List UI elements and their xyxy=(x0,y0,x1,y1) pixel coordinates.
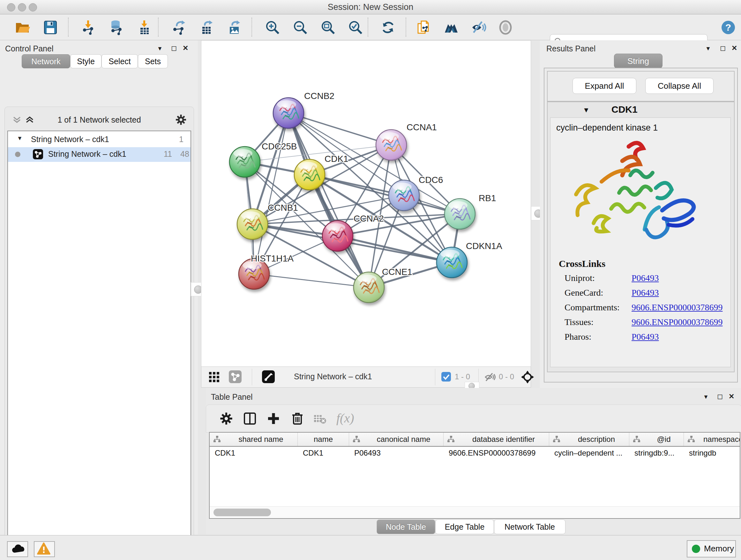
refresh-icon[interactable] xyxy=(381,20,396,35)
tab-edge-table[interactable]: Edge Table xyxy=(435,519,494,534)
network-options-gear-icon[interactable] xyxy=(175,114,187,125)
grid-view-icon[interactable] xyxy=(208,371,220,383)
column-header[interactable]: shared name xyxy=(210,433,298,446)
network-canvas[interactable]: CDK1CCNB1CCNB2CCNA1CCNA2CCNE1CDC25BCDC6C… xyxy=(201,40,531,367)
maximize-panel-icon[interactable]: ◻ xyxy=(171,44,177,52)
hidden-eye-slash-icon[interactable] xyxy=(484,371,495,383)
crosslink-link[interactable]: 9606.ENSP00000378699 xyxy=(631,302,723,313)
scrollbar-handle[interactable] xyxy=(213,509,271,516)
node-table[interactable]: shared namenamecanonical namedatabase id… xyxy=(209,432,740,519)
table-options-gear-icon[interactable] xyxy=(219,412,233,425)
table-cell[interactable]: stringdb:9... xyxy=(634,449,682,457)
tab-network[interactable]: Network xyxy=(22,54,70,68)
export-image-icon[interactable] xyxy=(226,20,242,35)
section-expander-icon[interactable]: ▼ xyxy=(583,106,590,114)
toolbar-separator xyxy=(435,369,435,385)
tab-network-table[interactable]: Network Table xyxy=(494,519,565,534)
warning-status-button[interactable] xyxy=(34,541,55,557)
export-table-icon[interactable] xyxy=(199,20,214,35)
hide-unhide-icon[interactable] xyxy=(471,20,486,35)
column-header[interactable]: description xyxy=(549,433,629,446)
crosslink-link[interactable]: P06493 xyxy=(631,288,659,298)
network-node-CDKN1A xyxy=(436,247,467,278)
show-columns-icon[interactable] xyxy=(243,412,257,425)
search-toolkit-icon[interactable] xyxy=(444,20,459,35)
collapse-all-button[interactable]: Collapse All xyxy=(645,78,714,94)
zoom-out-icon[interactable] xyxy=(293,20,308,35)
table-cell[interactable]: stringdb xyxy=(689,449,740,457)
selected-checkbox-icon[interactable] xyxy=(441,372,451,381)
table-cell[interactable]: P06493 xyxy=(354,449,442,457)
network-selection-bar: 1 of 1 Network selected xyxy=(5,113,194,127)
expand-all-button[interactable]: Expand All xyxy=(572,78,636,94)
open-session-icon[interactable] xyxy=(15,20,30,35)
status-bar: Memory xyxy=(0,535,741,560)
tab-string[interactable]: String xyxy=(614,54,663,68)
svg-text:CDC25B: CDC25B xyxy=(262,141,297,151)
selected-node-edge-counts: 1 - 0 xyxy=(455,372,470,381)
network-node-CDK1 xyxy=(294,159,325,190)
close-panel-icon[interactable]: ✕ xyxy=(183,44,188,52)
fit-content-crosshair-icon[interactable] xyxy=(521,370,535,384)
import-table-icon[interactable] xyxy=(137,20,152,35)
network-node-CCNE1 xyxy=(354,272,384,303)
help-icon[interactable]: ? xyxy=(721,20,736,35)
duplicate-network-icon[interactable] xyxy=(416,20,431,35)
toolbar-separator xyxy=(68,17,69,37)
protein-section-header[interactable]: ▼ CDK1 xyxy=(548,102,734,117)
svg-text:CCNB1: CCNB1 xyxy=(268,203,298,212)
network-row-selected[interactable]: String Network – cdk1 11 48 xyxy=(8,147,191,162)
import-network-from-database-icon[interactable] xyxy=(109,20,124,35)
float-panel-icon[interactable]: ▼ xyxy=(703,394,709,400)
collection-expander-icon[interactable]: ▼ xyxy=(17,135,23,142)
network-node-CDC25B xyxy=(229,146,260,177)
protein-details: cyclin–dependent kinase 1 xyxy=(550,118,731,367)
crosslink-link[interactable]: P06493 xyxy=(631,332,659,342)
horizontal-scrollbar[interactable] xyxy=(210,506,740,518)
table-cell[interactable]: 9606.ENSP00000378699 xyxy=(449,449,548,457)
save-session-icon[interactable] xyxy=(43,20,58,35)
string-style-icon[interactable] xyxy=(229,370,242,383)
tab-style[interactable]: Style xyxy=(70,54,102,68)
warning-icon xyxy=(35,542,53,555)
column-header[interactable]: namespace xyxy=(684,433,740,446)
maximize-panel-icon[interactable]: ◻ xyxy=(720,44,726,52)
tab-node-table[interactable]: Node Table xyxy=(377,519,435,534)
collection-label: String Network – cdk1 xyxy=(31,135,109,144)
column-header[interactable]: canonical name xyxy=(349,433,444,446)
maximize-panel-icon[interactable]: ◻ xyxy=(717,392,723,401)
table-cell[interactable]: CDK1 xyxy=(303,449,347,457)
tab-sets[interactable]: Sets xyxy=(138,54,168,68)
column-header[interactable]: name xyxy=(298,433,349,446)
zoom-in-icon[interactable] xyxy=(265,20,280,35)
close-panel-icon[interactable]: ✕ xyxy=(731,44,737,52)
import-network-icon[interactable] xyxy=(80,20,96,35)
cloud-status-button[interactable] xyxy=(7,541,28,557)
table-toolbar: f(x) xyxy=(206,405,741,433)
memory-button[interactable]: Memory xyxy=(687,540,736,557)
crosslink-link[interactable]: 9606.ENSP00000378699 xyxy=(631,317,723,327)
crosslink-link[interactable]: P06493 xyxy=(631,273,659,283)
crosslink-label: Uniprot: xyxy=(564,273,595,283)
level-of-detail-icon[interactable] xyxy=(498,20,513,35)
table-panel: Table Panel ▼ ◻ ✕ f(x) shared namenameca… xyxy=(206,388,741,535)
column-header[interactable]: database identifier xyxy=(444,433,549,446)
column-header[interactable]: @id xyxy=(629,433,684,446)
export-network-icon[interactable] xyxy=(171,20,186,35)
zoom-fit-icon[interactable] xyxy=(320,20,336,35)
birds-eye-view-icon[interactable] xyxy=(262,370,275,383)
zoom-selected-icon[interactable] xyxy=(348,20,363,35)
table-cell[interactable]: CDK1 xyxy=(215,449,296,457)
network-collection-row[interactable]: ▼ String Network – cdk1 1 xyxy=(8,132,191,147)
crosslink-label: GeneCard: xyxy=(564,288,603,298)
float-panel-icon[interactable]: ▼ xyxy=(157,45,163,52)
svg-text:CCNE1: CCNE1 xyxy=(382,267,412,277)
delete-column-trash-icon[interactable] xyxy=(290,411,305,425)
float-panel-icon[interactable]: ▼ xyxy=(705,45,711,52)
close-panel-icon[interactable]: ✕ xyxy=(729,392,734,401)
create-column-plus-icon[interactable] xyxy=(267,412,280,425)
cytoscape-window: Session: New Session xyxy=(0,0,741,560)
tab-select[interactable]: Select xyxy=(102,54,138,68)
table-cell[interactable]: cyclin–dependent ... xyxy=(554,449,628,457)
network-graph[interactable]: CDK1CCNB1CCNB2CCNA1CCNA2CCNE1CDC25BCDC6C… xyxy=(201,41,531,367)
